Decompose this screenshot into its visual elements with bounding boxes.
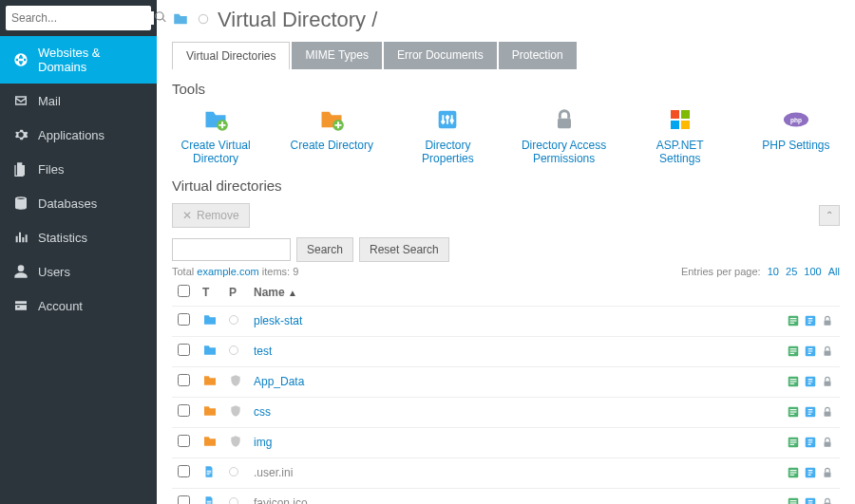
row-checkbox[interactable]: [178, 374, 190, 386]
sidebar-search[interactable]: [6, 6, 151, 30]
row-name[interactable]: css: [248, 397, 773, 427]
perms-icon[interactable]: [804, 405, 817, 419]
collapse-button[interactable]: ⌃: [819, 205, 840, 226]
tool-create-virtual-directory[interactable]: Create Virtual Directory: [172, 106, 259, 166]
page-header: Virtual Directory /: [172, 8, 840, 32]
search-input[interactable]: [11, 11, 154, 25]
perm-icon: [223, 306, 248, 336]
sidebar-item-databases[interactable]: Databases: [0, 186, 157, 220]
svg-rect-28: [790, 382, 797, 383]
svg-rect-16: [790, 321, 797, 322]
row-name[interactable]: plesk-stat: [248, 306, 773, 336]
perms-icon[interactable]: [804, 375, 817, 388]
pager-25[interactable]: 25: [786, 266, 797, 277]
tool-directory-properties[interactable]: Directory Properties: [404, 106, 491, 166]
perms-icon[interactable]: [804, 436, 817, 449]
summary-row: Total example.com items: 9 Entries per p…: [172, 266, 840, 277]
lock-icon[interactable]: [821, 466, 834, 479]
row-name[interactable]: test: [248, 336, 773, 366]
svg-rect-40: [790, 442, 797, 443]
props-icon[interactable]: [787, 436, 800, 449]
sidebar: Websites & Domains Mail Applications Fil…: [0, 0, 157, 504]
row-checkbox[interactable]: [178, 435, 190, 447]
col-type[interactable]: T: [197, 279, 223, 307]
sidebar-item-label: Applications: [38, 128, 104, 142]
svg-rect-46: [790, 473, 797, 474]
row-actions: [779, 436, 834, 449]
lock-icon[interactable]: [821, 314, 834, 327]
svg-rect-19: [825, 321, 831, 326]
svg-point-5: [446, 116, 449, 120]
perms-icon[interactable]: [804, 466, 817, 479]
row-name[interactable]: img: [248, 427, 773, 457]
perms-icon[interactable]: [804, 496, 817, 504]
svg-rect-25: [825, 351, 831, 356]
row-checkbox[interactable]: [178, 495, 190, 504]
row-actions: [779, 466, 834, 479]
tool-create-directory[interactable]: Create Directory: [288, 106, 375, 166]
perm-icon: [223, 427, 248, 457]
svg-rect-10: [671, 121, 679, 129]
perms-icon[interactable]: [804, 345, 817, 358]
sidebar-item-mail[interactable]: Mail: [0, 84, 157, 118]
props-icon[interactable]: [787, 345, 800, 358]
row-checkbox[interactable]: [178, 465, 190, 477]
chevron-up-icon: ⌃: [826, 210, 833, 220]
pager-all[interactable]: All: [828, 266, 840, 277]
sidebar-item-websites-domains[interactable]: Websites & Domains: [0, 36, 157, 84]
type-icon: [197, 488, 223, 504]
tool-php-settings[interactable]: php PHP Settings: [752, 106, 840, 166]
type-icon: [197, 397, 223, 427]
props-icon[interactable]: [787, 405, 800, 419]
tab-mime-types[interactable]: MIME Types: [292, 42, 381, 69]
domain-link[interactable]: example.com: [197, 266, 258, 277]
select-all-checkbox[interactable]: [178, 285, 190, 297]
props-icon[interactable]: [787, 496, 800, 504]
tab-error-documents[interactable]: Error Documents: [384, 42, 497, 69]
filter-input[interactable]: [172, 238, 291, 261]
props-icon[interactable]: [787, 466, 800, 479]
row-name[interactable]: App_Data: [248, 366, 773, 397]
props-icon[interactable]: [787, 314, 800, 327]
tool-directory-access-permissions[interactable]: Directory Access Permissions: [521, 106, 608, 166]
reset-search-button[interactable]: Reset Search: [359, 237, 449, 262]
items-count: Total example.com items: 9: [172, 266, 298, 277]
svg-rect-37: [825, 412, 831, 417]
search-button[interactable]: Search: [296, 237, 353, 262]
col-permission[interactable]: P: [223, 279, 248, 307]
type-icon: [197, 427, 223, 457]
table-row: plesk-stat: [172, 306, 840, 336]
perms-icon[interactable]: [804, 314, 817, 327]
tab-protection[interactable]: Protection: [499, 42, 577, 69]
row-checkbox[interactable]: [178, 404, 190, 417]
svg-rect-11: [681, 121, 690, 129]
svg-rect-31: [825, 382, 831, 386]
lock-icon[interactable]: [821, 436, 834, 449]
lock-icon[interactable]: [821, 405, 834, 419]
sidebar-item-applications[interactable]: Applications: [0, 118, 157, 152]
remove-button[interactable]: ✕ Remove: [172, 203, 250, 228]
col-name[interactable]: Name ▲: [248, 279, 773, 307]
row-checkbox[interactable]: [178, 313, 190, 326]
tool-aspnet-settings[interactable]: ASP.NET Settings: [636, 106, 724, 166]
sidebar-item-files[interactable]: Files: [0, 152, 157, 186]
sidebar-item-statistics[interactable]: Statistics: [0, 220, 157, 254]
lock-icon[interactable]: [821, 496, 834, 504]
svg-rect-33: [790, 409, 797, 410]
lock-icon[interactable]: [821, 345, 834, 358]
lock-icon[interactable]: [821, 375, 834, 388]
pager-100[interactable]: 100: [804, 266, 821, 277]
tab-virtual-directories[interactable]: Virtual Directories: [172, 42, 290, 69]
sidebar-item-label: Users: [38, 265, 70, 279]
svg-rect-15: [790, 318, 797, 319]
props-icon[interactable]: [787, 375, 800, 388]
svg-rect-35: [790, 414, 795, 415]
sidebar-item-label: Statistics: [38, 231, 87, 245]
svg-rect-39: [790, 439, 797, 440]
delete-icon: ✕: [182, 209, 192, 222]
filter-row: Search Reset Search: [172, 237, 840, 262]
pager-10[interactable]: 10: [768, 266, 779, 277]
sidebar-item-users[interactable]: Users: [0, 254, 157, 289]
row-checkbox[interactable]: [178, 344, 190, 356]
sidebar-item-account[interactable]: Account: [0, 289, 157, 323]
